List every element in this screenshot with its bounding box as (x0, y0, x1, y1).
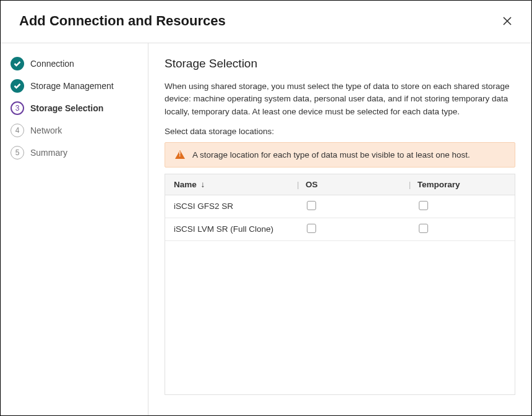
dialog-header: Add Connection and Resources (1, 1, 531, 43)
alert-message: A storage location for each type of data… (192, 150, 470, 159)
page-description: When using shared storage, you must sele… (165, 80, 515, 118)
wizard-sidebar: Connection Storage Management 3 Storage … (1, 43, 148, 416)
main-content: Storage Selection When using shared stor… (148, 43, 531, 416)
os-checkbox[interactable] (307, 224, 316, 233)
temp-checkbox-cell (406, 218, 515, 240)
sidebar-item-label: Storage Selection (30, 103, 103, 113)
storage-name-cell: iSCSI LVM SR (Full Clone) (165, 218, 294, 240)
table-header-label: OS (306, 180, 318, 189)
storage-name-cell: iSCSI GFS2 SR (165, 195, 294, 218)
sidebar-item-storage-management[interactable]: Storage Management (11, 79, 138, 93)
sidebar-item-storage-selection[interactable]: 3 Storage Selection (11, 101, 138, 115)
check-icon (11, 57, 24, 70)
sidebar-item-network[interactable]: 4 Network (11, 124, 138, 137)
table-header-temporary[interactable]: Temporary (406, 174, 515, 195)
storage-table-wrapper: Name ↓ OS Temporary iSCSI GFS2 SR (165, 174, 515, 395)
table-header-label: Temporary (418, 180, 460, 189)
dialog-body: Connection Storage Management 3 Storage … (1, 43, 531, 416)
temp-checkbox-cell (406, 195, 515, 218)
sidebar-item-label: Summary (30, 148, 67, 158)
table-row: iSCSI LVM SR (Full Clone) (165, 218, 515, 240)
warning-alert: A storage location for each type of data… (165, 142, 515, 168)
table-header-name[interactable]: Name ↓ (165, 174, 294, 195)
check-icon (11, 79, 24, 93)
page-title: Storage Selection (165, 57, 515, 70)
sidebar-item-label: Network (30, 125, 62, 135)
sidebar-item-label: Storage Management (30, 81, 114, 91)
sidebar-item-summary[interactable]: 5 Summary (11, 146, 138, 159)
temporary-checkbox[interactable] (419, 201, 428, 210)
table-row: iSCSI GFS2 SR (165, 195, 515, 218)
os-checkbox-cell (294, 218, 406, 240)
os-checkbox[interactable] (307, 201, 316, 210)
close-icon[interactable] (502, 15, 513, 27)
sidebar-item-connection[interactable]: Connection (11, 57, 138, 70)
sort-descending-icon: ↓ (201, 180, 205, 189)
table-header-os[interactable]: OS (294, 174, 406, 195)
storage-table: Name ↓ OS Temporary iSCSI GFS2 SR (165, 174, 515, 241)
warning-icon (175, 150, 185, 159)
page-subheading: Select data storage locations: (165, 127, 515, 136)
os-checkbox-cell (294, 195, 406, 218)
sidebar-item-label: Connection (30, 59, 74, 69)
temporary-checkbox[interactable] (419, 224, 428, 233)
step-number-icon: 4 (11, 124, 24, 137)
table-header-label: Name (174, 180, 197, 189)
dialog-title: Add Connection and Resources (19, 13, 226, 29)
step-number-icon: 3 (11, 101, 24, 115)
step-number-icon: 5 (11, 146, 24, 159)
